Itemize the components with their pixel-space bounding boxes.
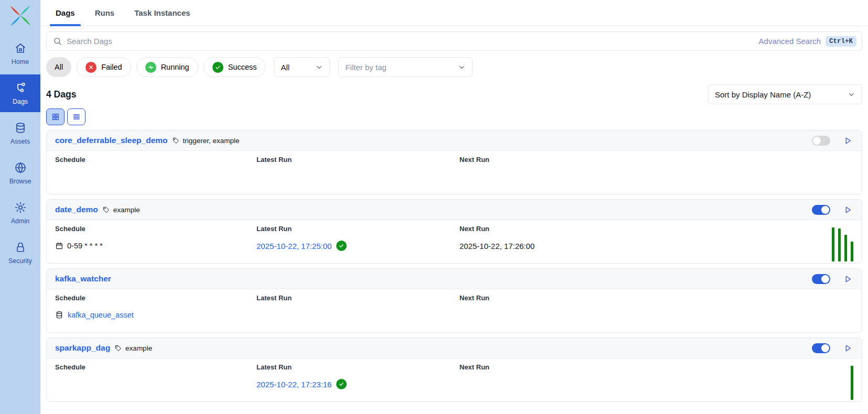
next-run-column-header: Next Run xyxy=(459,225,853,233)
app-root: HomeDagsAssetsBrowseAdminSecurity DagsRu… xyxy=(0,0,868,414)
sidebar-item-dags[interactable]: Dags xyxy=(0,74,40,112)
dag-card: sparkapp_dagexampleScheduleLatest RunNex… xyxy=(46,337,862,402)
filter-pill-label: Failed xyxy=(101,63,122,71)
table-view-button[interactable] xyxy=(67,108,85,125)
browse-icon xyxy=(14,161,27,174)
run-bar[interactable] xyxy=(838,228,841,262)
state-pills: AllFailedRunningSuccess xyxy=(46,57,265,77)
security-icon xyxy=(14,241,27,254)
sidebar-item-home[interactable]: Home xyxy=(0,35,40,72)
play-icon xyxy=(843,344,852,353)
dag-card-list: core_deferrable_sleep_demotriggerer, exa… xyxy=(46,130,862,407)
filter-pill-label: Success xyxy=(228,63,257,71)
trigger-dag-button[interactable] xyxy=(842,273,853,285)
dag-name-link[interactable]: core_deferrable_sleep_demo xyxy=(55,136,168,145)
success-check-icon xyxy=(336,379,347,389)
tab-task-instances[interactable]: Task Instances xyxy=(128,0,196,26)
dag-pause-toggle[interactable] xyxy=(812,205,830,215)
next-run-value xyxy=(459,309,853,321)
latest-run-link[interactable]: 2025-10-22, 17:25:00 xyxy=(256,242,331,250)
sidebar-item-assets[interactable]: Assets xyxy=(0,114,40,152)
next-run-value xyxy=(459,171,853,182)
filter-pill-success[interactable]: Success xyxy=(203,57,266,77)
dag-name-link[interactable]: sparkapp_dag xyxy=(55,343,110,353)
filter-pill-failed[interactable]: Failed xyxy=(77,57,131,77)
toggle-knob xyxy=(821,344,829,352)
trigger-dag-button[interactable] xyxy=(842,342,853,354)
search-input[interactable] xyxy=(67,37,754,46)
latest-run-column-header: Latest Run xyxy=(256,225,459,233)
view-toggles xyxy=(46,108,862,125)
dag-tags-label: example xyxy=(113,206,140,214)
calendar-icon xyxy=(55,242,63,250)
dag-card: date_demoexampleScheduleLatest RunNext R… xyxy=(46,199,862,264)
dag-card-body: ScheduleLatest RunNext Runkafka_queue_as… xyxy=(47,289,862,332)
schedule-asset-link[interactable]: kafka_queue_asset xyxy=(68,311,134,319)
latest-run-column-header: Latest Run xyxy=(256,156,459,164)
toggle-knob xyxy=(821,206,829,214)
hotkey-badge: Ctrl+K xyxy=(826,36,856,47)
dag-pause-toggle[interactable] xyxy=(812,343,830,353)
dag-card-header: date_demoexample xyxy=(47,200,862,220)
play-icon xyxy=(843,136,852,145)
dag-card-header: kafka_watcher xyxy=(47,269,862,289)
dag-tags: triggerer, example xyxy=(172,137,240,145)
chevron-down-icon xyxy=(315,63,323,71)
sidebar-nav: HomeDagsAssetsBrowseAdminSecurity xyxy=(0,35,40,274)
search-icon xyxy=(53,37,62,46)
database-icon xyxy=(55,311,63,319)
trigger-dag-button[interactable] xyxy=(842,135,853,146)
schedule-column-header: Schedule xyxy=(55,225,256,233)
tag-filter-select[interactable]: Filter by tag xyxy=(338,57,473,77)
dag-tags-label: triggerer, example xyxy=(183,137,240,145)
dag-card-header: core_deferrable_sleep_demotriggerer, exa… xyxy=(47,130,862,151)
dag-pause-toggle[interactable] xyxy=(812,274,830,284)
chevron-down-icon xyxy=(848,91,855,99)
schedule-value xyxy=(55,171,256,182)
tab-runs[interactable]: Runs xyxy=(89,0,121,26)
dag-tags-label: example xyxy=(125,344,152,352)
sidebar-item-label: Admin xyxy=(11,217,29,225)
schedule-value: 0-59 * * * * xyxy=(55,240,256,252)
card-view-button[interactable] xyxy=(46,108,65,125)
run-bar[interactable] xyxy=(851,366,853,400)
next-run-column-header: Next Run xyxy=(459,156,853,164)
dag-card-body: ScheduleLatest RunNext Run xyxy=(47,151,862,194)
dag-name-link[interactable]: date_demo xyxy=(55,205,98,214)
tag-filter-placeholder: Filter by tag xyxy=(345,63,386,72)
assets-icon xyxy=(14,122,27,134)
dag-card: kafka_watcherScheduleLatest RunNext Runk… xyxy=(46,268,862,333)
main-content: DagsRunsTask Instances Advanced Search C… xyxy=(40,0,868,414)
run-bar[interactable] xyxy=(844,235,847,262)
run-bar[interactable] xyxy=(851,242,853,262)
trigger-dag-button[interactable] xyxy=(842,204,853,215)
latest-run-column-header: Latest Run xyxy=(256,294,459,302)
recent-runs-chart xyxy=(832,227,853,262)
state-select[interactable]: All xyxy=(274,57,330,77)
dag-card-header: sparkapp_dagexample xyxy=(47,338,862,358)
sidebar-item-label: Dags xyxy=(13,98,28,105)
dag-pause-toggle[interactable] xyxy=(812,136,830,146)
sidebar: HomeDagsAssetsBrowseAdminSecurity xyxy=(0,0,40,414)
sidebar-item-browse[interactable]: Browse xyxy=(0,154,40,192)
dag-card: core_deferrable_sleep_demotriggerer, exa… xyxy=(46,130,862,194)
sort-select[interactable]: Sort by Display Name (A-Z) xyxy=(708,84,862,104)
filter-pill-running[interactable]: Running xyxy=(136,57,198,77)
latest-run-link[interactable]: 2025-10-22, 17:23:16 xyxy=(256,380,331,389)
schedule-column-header: Schedule xyxy=(55,363,256,371)
filter-row: AllFailedRunningSuccess All Filter by ta… xyxy=(46,57,862,77)
failed-status-icon xyxy=(85,62,97,73)
dag-count: 4 Dags xyxy=(46,89,76,100)
filter-pill-all[interactable]: All xyxy=(46,57,71,77)
advanced-search-link[interactable]: Advanced Search xyxy=(759,37,821,46)
next-run-column-header: Next Run xyxy=(459,294,853,302)
sidebar-item-admin[interactable]: Admin xyxy=(0,194,40,232)
filter-pill-label: Running xyxy=(161,63,189,71)
dag-card-body: ScheduleLatest RunNext Run0-59 * * * *20… xyxy=(47,220,862,263)
sidebar-item-security[interactable]: Security xyxy=(0,234,40,271)
list-header: 4 Dags Sort by Display Name (A-Z) xyxy=(46,84,862,104)
next-run-value: 2025-10-22, 17:26:00 xyxy=(459,240,853,252)
run-bar[interactable] xyxy=(832,227,834,262)
dag-name-link[interactable]: kafka_watcher xyxy=(55,274,111,284)
tab-dags[interactable]: Dags xyxy=(50,0,81,26)
